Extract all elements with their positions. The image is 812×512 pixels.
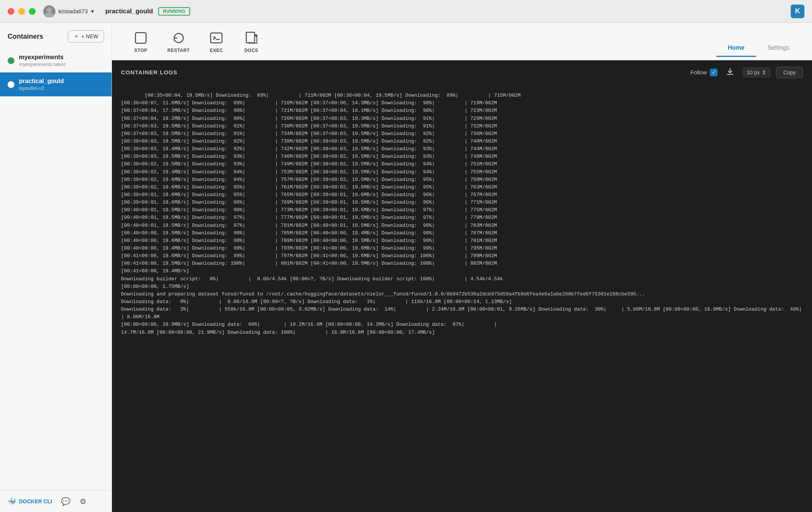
docs-icon [243,30,260,46]
download-button[interactable] [723,66,737,79]
plus-icon: ＋ [74,33,79,40]
logs-title: CONTAINER LOGS [121,69,178,75]
svg-rect-2 [135,33,146,43]
logs-header: CONTAINER LOGS Follow ✓ 10 px ⇕ [112,60,812,84]
stop-label: STOP [134,48,147,53]
logs-panel: CONTAINER LOGS Follow ✓ 10 px ⇕ [112,60,812,512]
sidebar-bottom: 🐳 DOCKER CLI 💬 ⚙ [0,490,112,512]
close-button[interactable] [8,8,14,15]
log-text: [00:35<00:04, 19.5MB/s] Downloading: 89%… [121,93,812,335]
container-tag-active: layoutlm-v2 [19,85,64,91]
container-info: myexperiments myexperiments:latest [19,54,66,67]
content-area: STOP RESTART EXEC DOCS [112,23,812,512]
docker-icon: 🐳 [8,497,16,506]
stop-button[interactable]: STOP [123,27,158,56]
follow-button[interactable]: Follow ✓ [691,69,718,76]
copy-button[interactable]: Copy [776,67,803,78]
logs-content: [00:35<00:04, 19.5MB/s] Downloading: 89%… [112,84,812,512]
status-badge: RUNNING [158,7,190,16]
tabs: Home Settings [716,27,801,56]
docs-label: DOCS [244,48,258,53]
new-button-label: + NEW [81,33,98,39]
traffic-lights [8,8,36,15]
settings-icon[interactable]: ⚙ [80,497,87,506]
toolbar: STOP RESTART EXEC DOCS [112,23,812,60]
docs-button[interactable]: DOCS [234,27,269,56]
exec-button[interactable]: EXEC [199,27,234,56]
sidebar: Containers ＋ + NEW myexperiments myexper… [0,23,112,512]
restart-icon [170,30,187,46]
font-size-value: 10 px [747,69,760,75]
stop-icon [132,30,149,46]
container-name: myexperiments [19,54,66,61]
follow-checkbox[interactable]: ✓ [710,69,718,76]
minimize-button[interactable] [18,8,25,15]
restart-label: RESTART [167,48,190,53]
font-size-control[interactable]: 10 px ⇕ [743,68,771,77]
main-layout: Containers ＋ + NEW myexperiments myexper… [0,23,812,512]
status-dot [8,57,14,64]
sidebar-item-practical-gould[interactable]: practical_gould layoutlm-v2 [0,72,112,96]
titlebar: kristada673 ▾ practical_gould RUNNING K [0,0,812,23]
container-title: practical_gould [105,8,153,15]
docker-cli-label: DOCKER CLI [19,498,52,504]
container-info-active: practical_gould layoutlm-v2 [19,78,64,91]
user-profile[interactable]: kristada673 ▾ [43,5,94,17]
chevron-icon: ⇕ [762,69,766,75]
container-tag: myexperiments:latest [19,61,66,67]
docker-cli-button[interactable]: 🐳 DOCKER CLI [8,497,52,506]
sidebar-item-myexperiments[interactable]: myexperiments myexperiments:latest [0,49,112,72]
tab-home[interactable]: Home [716,40,756,57]
container-name-active: practical_gould [19,78,64,85]
sidebar-title: Containers [8,33,43,41]
tab-settings[interactable]: Settings [756,40,801,57]
logs-controls: Follow ✓ 10 px ⇕ Copy [691,66,803,79]
chat-icon[interactable]: 💬 [61,497,71,506]
exec-label: EXEC [210,48,223,53]
chevron-down-icon: ▾ [91,8,94,15]
svg-rect-3 [211,33,222,43]
new-container-button[interactable]: ＋ + NEW [68,30,104,42]
kube-icon: K [791,5,804,18]
svg-rect-5 [246,32,255,43]
restart-button[interactable]: RESTART [158,27,199,56]
exec-icon [208,30,225,46]
avatar [43,5,55,17]
username: kristada673 [58,8,88,14]
maximize-button[interactable] [29,8,36,15]
status-dot-active [8,81,14,88]
svg-point-1 [45,13,54,17]
follow-label: Follow [691,69,707,75]
sidebar-header: Containers ＋ + NEW [0,23,112,49]
svg-point-0 [47,7,52,13]
